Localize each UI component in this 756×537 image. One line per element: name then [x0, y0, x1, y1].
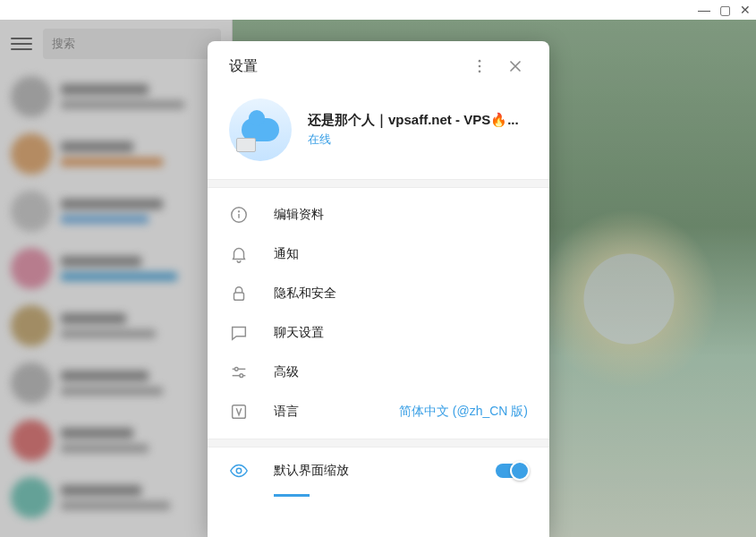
- scale-label: 默认界面缩放: [274, 463, 471, 479]
- scale-toggle[interactable]: [496, 464, 528, 478]
- avatar: [229, 98, 292, 161]
- list-item[interactable]: 1: [0, 297, 232, 354]
- list-item[interactable]: 1: [0, 125, 232, 183]
- chat-list: 1 1 1 1 1 1 1 1: [0, 68, 232, 526]
- divider: [208, 179, 549, 188]
- scale-row: 默认界面缩放: [208, 448, 549, 494]
- language-icon: [229, 402, 249, 422]
- more-icon[interactable]: [462, 48, 497, 84]
- svg-point-2: [479, 71, 481, 73]
- lock-icon: [229, 284, 249, 303]
- divider: [208, 439, 549, 448]
- info-icon: [229, 205, 249, 225]
- menu-label: 聊天设置: [274, 325, 528, 341]
- list-item[interactable]: 1: [0, 469, 232, 526]
- profile-name: 还是那个人｜vpsaff.net - VPS🔥...: [308, 112, 519, 129]
- menu-label: 通知: [274, 246, 528, 262]
- sliders-icon: [229, 362, 249, 382]
- list-item[interactable]: 1: [0, 68, 232, 125]
- bell-icon: [229, 244, 249, 264]
- svg-point-1: [479, 65, 481, 68]
- chat-icon: [229, 323, 249, 343]
- eye-icon: [229, 461, 249, 481]
- menu-privacy[interactable]: 隐私和安全: [208, 274, 549, 313]
- menu-advanced[interactable]: 高级: [208, 353, 549, 392]
- minimize-button[interactable]: —: [698, 4, 710, 16]
- menu-label: 高级: [274, 364, 528, 380]
- menu-language[interactable]: 语言 简体中文 (@zh_CN 版): [208, 392, 549, 431]
- maximize-button[interactable]: ▢: [719, 4, 731, 16]
- menu-label: 隐私和安全: [274, 286, 528, 302]
- settings-modal: 设置 还是那个人｜vpsaff.net - VPS🔥... 在线 编辑资料 通知…: [208, 41, 549, 537]
- menu-chat-settings[interactable]: 聊天设置: [208, 313, 549, 353]
- profile-section[interactable]: 还是那个人｜vpsaff.net - VPS🔥... 在线: [208, 91, 549, 179]
- profile-status: 在线: [308, 132, 519, 148]
- window-close-button[interactable]: ✕: [740, 4, 751, 16]
- menu-label: 编辑资料: [274, 207, 528, 223]
- search-input[interactable]: 搜索: [43, 29, 221, 59]
- list-item[interactable]: 1: [0, 183, 232, 240]
- svg-point-10: [240, 374, 243, 378]
- list-item[interactable]: 1: [0, 354, 232, 412]
- scale-slider[interactable]: [208, 494, 549, 503]
- svg-point-0: [479, 60, 481, 63]
- language-value: 简体中文 (@zh_CN 版): [399, 404, 528, 420]
- list-item[interactable]: 1: [0, 412, 232, 469]
- modal-title: 设置: [229, 57, 462, 76]
- close-icon[interactable]: [497, 48, 533, 84]
- menu-icon[interactable]: [11, 33, 32, 55]
- menu-label: 语言: [274, 404, 374, 420]
- menu-edit-profile[interactable]: 编辑资料: [208, 195, 549, 234]
- svg-point-5: [239, 211, 240, 212]
- chat-sidebar: 搜索 1 1 1 1 1 1 1 1: [0, 20, 233, 537]
- menu-notifications[interactable]: 通知: [208, 234, 549, 274]
- svg-rect-6: [234, 293, 244, 300]
- window-titlebar: — ▢ ✕: [0, 0, 756, 20]
- list-item[interactable]: 1: [0, 240, 232, 297]
- svg-point-9: [234, 368, 238, 371]
- svg-point-12: [236, 468, 242, 473]
